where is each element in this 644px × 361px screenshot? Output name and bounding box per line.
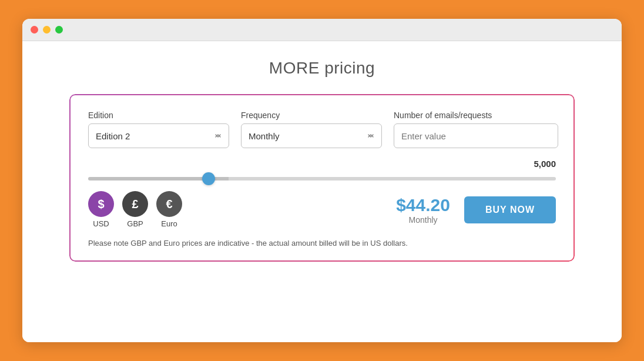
window-content: MORE pricing Edition Edition 1 Edition 2… [22, 41, 622, 342]
close-button-dot[interactable] [31, 26, 38, 34]
app-window: MORE pricing Edition Edition 1 Edition 2… [22, 19, 622, 342]
currency-price-row: $ USD £ GBP € Euro $44.20 Month [88, 191, 556, 228]
price-display: $44.20 Monthly [396, 195, 450, 225]
page-title: MORE pricing [269, 59, 375, 78]
volume-slider[interactable] [88, 177, 556, 180]
frequency-label: Frequency [241, 111, 382, 120]
gbp-label: GBP [127, 219, 143, 228]
buy-now-button[interactable]: BUY NOW [464, 196, 556, 223]
euro-label: Euro [161, 219, 177, 228]
frequency-group: Frequency Monthly Annual [241, 111, 382, 148]
maximize-button-dot[interactable] [55, 26, 63, 34]
price-buy-section: $44.20 Monthly BUY NOW [396, 195, 556, 225]
slider-container [88, 172, 556, 183]
currency-euro[interactable]: € Euro [156, 191, 182, 228]
pricing-card: Edition Edition 1 Edition 2 Edition 3 Fr… [69, 94, 575, 262]
emails-input[interactable] [394, 123, 558, 148]
emails-label: Number of emails/requests [394, 111, 558, 120]
currency-icons: $ USD £ GBP € Euro [88, 191, 182, 228]
frequency-select[interactable]: Monthly Annual [241, 123, 382, 148]
emails-group: Number of emails/requests [394, 111, 558, 148]
currency-usd[interactable]: $ USD [88, 191, 114, 228]
minimize-button-dot[interactable] [43, 26, 51, 34]
edition-group: Edition Edition 1 Edition 2 Edition 3 [88, 111, 229, 148]
price-amount: $44.20 [396, 195, 450, 215]
edition-label: Edition [88, 111, 229, 120]
usd-label: USD [93, 219, 109, 228]
currency-gbp[interactable]: £ GBP [122, 191, 148, 228]
titlebar [22, 19, 622, 41]
price-frequency: Monthly [396, 215, 450, 225]
slider-value-display: 5,000 [88, 159, 556, 169]
euro-icon: € [156, 191, 182, 217]
form-row: Edition Edition 1 Edition 2 Edition 3 Fr… [88, 111, 556, 148]
gbp-icon: £ [122, 191, 148, 217]
edition-select[interactable]: Edition 1 Edition 2 Edition 3 [88, 123, 229, 148]
slider-section: 5,000 [88, 159, 556, 183]
usd-icon: $ [88, 191, 114, 217]
disclaimer-text: Please note GBP and Euro prices are indi… [88, 239, 556, 248]
